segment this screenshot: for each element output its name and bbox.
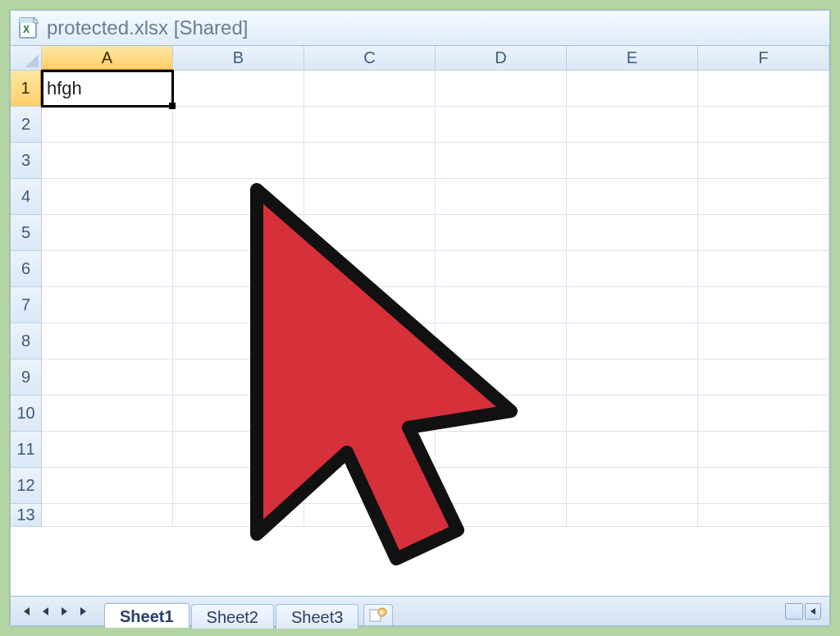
row-header-3[interactable]: 3 — [11, 143, 42, 179]
cell-C1[interactable] — [304, 71, 436, 107]
cell-E3[interactable] — [567, 143, 698, 179]
cell-C2[interactable] — [304, 107, 436, 143]
cell-B7[interactable] — [173, 287, 304, 323]
row-header-11[interactable]: 11 — [11, 432, 42, 468]
row-header-9[interactable]: 9 — [11, 359, 42, 396]
cell-D11[interactable] — [436, 432, 567, 468]
cell-F3[interactable] — [698, 143, 829, 179]
cell-A5[interactable] — [42, 215, 173, 251]
cell-D3[interactable] — [436, 143, 567, 179]
cell-F8[interactable] — [698, 323, 829, 359]
cell-A2[interactable] — [42, 107, 173, 143]
cell-B3[interactable] — [173, 143, 304, 179]
cell-C12[interactable] — [304, 468, 436, 504]
cell-C9[interactable] — [304, 359, 436, 396]
column-header-B[interactable]: B — [173, 46, 304, 71]
column-header-F[interactable]: F — [698, 46, 829, 71]
cell-D2[interactable] — [436, 107, 567, 143]
row-header-2[interactable]: 2 — [11, 107, 42, 143]
cell-A1[interactable]: hfgh — [42, 71, 173, 107]
cell-F7[interactable] — [698, 287, 829, 323]
cell-E9[interactable] — [567, 359, 698, 396]
row-header-10[interactable]: 10 — [11, 396, 42, 432]
cell-F6[interactable] — [698, 251, 829, 287]
cell-B4[interactable] — [173, 179, 304, 215]
cell-C10[interactable] — [304, 396, 436, 432]
cell-F13[interactable] — [698, 504, 829, 527]
cell-E4[interactable] — [567, 179, 698, 215]
cell-A7[interactable] — [42, 287, 173, 323]
tab-nav-next[interactable] — [56, 602, 74, 620]
tab-nav-last[interactable] — [75, 602, 94, 620]
cell-D6[interactable] — [436, 251, 567, 287]
cell-E13[interactable] — [567, 504, 698, 527]
cell-A3[interactable] — [42, 143, 173, 179]
cell-C6[interactable] — [304, 251, 436, 287]
cell-C4[interactable] — [304, 179, 436, 215]
cell-F9[interactable] — [698, 359, 829, 396]
cell-B6[interactable] — [173, 251, 304, 287]
cell-F12[interactable] — [698, 468, 829, 504]
cell-D1[interactable] — [436, 71, 567, 107]
sheet-tab-sheet3[interactable]: Sheet3 — [276, 604, 358, 629]
cell-B9[interactable] — [173, 359, 304, 396]
cell-B13[interactable] — [173, 504, 304, 527]
worksheet-grid[interactable]: ABCDEF 1hfgh2345678910111213 — [11, 45, 829, 596]
sheet-tab-sheet2[interactable]: Sheet2 — [191, 604, 274, 629]
row-header-13[interactable]: 13 — [11, 504, 42, 527]
cell-D13[interactable] — [436, 504, 567, 527]
scroll-left-button[interactable] — [805, 603, 821, 620]
cell-D10[interactable] — [436, 396, 567, 432]
cell-F5[interactable] — [698, 215, 829, 251]
cell-C8[interactable] — [304, 323, 436, 359]
cell-A8[interactable] — [42, 323, 173, 359]
cell-D5[interactable] — [436, 215, 567, 251]
cell-E5[interactable] — [567, 215, 698, 251]
cell-A11[interactable] — [42, 432, 173, 468]
cell-E10[interactable] — [567, 396, 698, 432]
cell-F10[interactable] — [698, 396, 829, 432]
row-header-7[interactable]: 7 — [11, 287, 42, 323]
cell-C7[interactable] — [304, 287, 436, 323]
new-sheet-button[interactable] — [363, 604, 393, 625]
cell-B10[interactable] — [173, 396, 304, 432]
cell-A10[interactable] — [42, 396, 173, 432]
cell-E8[interactable] — [567, 323, 698, 359]
tab-nav-first[interactable] — [16, 602, 34, 620]
cell-E7[interactable] — [567, 287, 698, 323]
row-header-12[interactable]: 12 — [11, 468, 42, 504]
tab-nav-prev[interactable] — [36, 602, 54, 620]
cell-C5[interactable] — [304, 215, 436, 251]
cell-B1[interactable] — [173, 71, 304, 107]
row-header-8[interactable]: 8 — [11, 323, 42, 359]
cell-A12[interactable] — [42, 468, 173, 504]
cell-D9[interactable] — [436, 359, 567, 396]
cell-F1[interactable] — [698, 71, 829, 107]
row-header-6[interactable]: 6 — [11, 251, 42, 287]
cell-C3[interactable] — [304, 143, 436, 179]
row-header-1[interactable]: 1 — [11, 71, 42, 107]
cell-E2[interactable] — [567, 107, 698, 143]
cell-A6[interactable] — [42, 251, 173, 287]
cell-C11[interactable] — [304, 432, 436, 468]
cell-A13[interactable] — [42, 504, 173, 527]
cell-D12[interactable] — [436, 468, 567, 504]
cell-A4[interactable] — [42, 179, 173, 215]
row-header-4[interactable]: 4 — [11, 179, 42, 215]
cell-F2[interactable] — [698, 107, 829, 143]
column-header-E[interactable]: E — [567, 46, 698, 71]
select-all-corner[interactable] — [11, 46, 42, 71]
sheet-tab-sheet1[interactable]: Sheet1 — [104, 603, 189, 628]
cell-E6[interactable] — [567, 251, 698, 287]
cell-A9[interactable] — [42, 359, 173, 396]
cell-B12[interactable] — [173, 468, 304, 504]
cell-C13[interactable] — [304, 504, 436, 527]
cell-B2[interactable] — [173, 107, 304, 143]
column-header-A[interactable]: A — [42, 46, 173, 71]
cell-E12[interactable] — [567, 468, 698, 504]
cell-B5[interactable] — [173, 215, 304, 251]
cell-B11[interactable] — [173, 432, 304, 468]
column-header-C[interactable]: C — [304, 46, 436, 71]
cell-F4[interactable] — [698, 179, 829, 215]
cell-F11[interactable] — [698, 432, 829, 468]
